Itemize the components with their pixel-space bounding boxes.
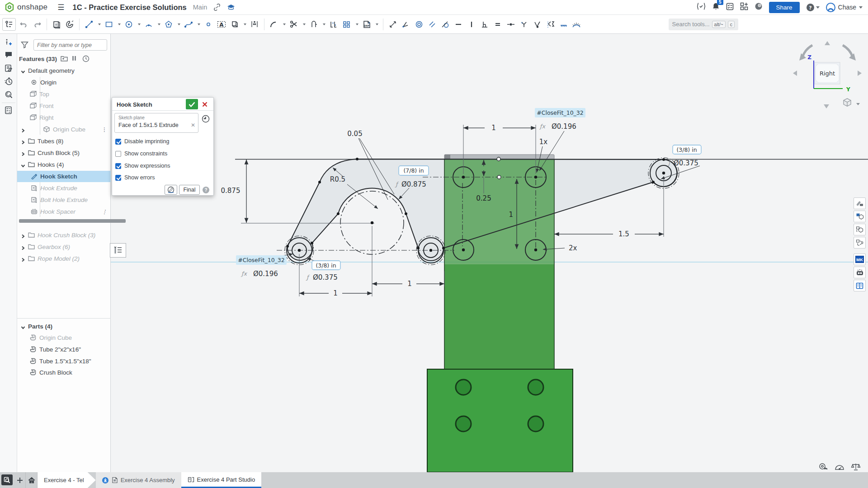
tree-item-origin[interactable]: Origin [17, 77, 111, 88]
chevron-right-icon[interactable] [21, 245, 25, 249]
dia-0-375-right[interactable]: Ø0.375 [674, 159, 698, 167]
dia-0-196-top[interactable]: Ø0.196 [552, 122, 576, 131]
collapsed-panel-toggle[interactable] [110, 243, 126, 258]
perpendicular-constraint-icon[interactable] [480, 18, 490, 31]
sketch-tools-button[interactable] [165, 185, 177, 195]
dialog-help-icon[interactable]: ? [203, 187, 209, 193]
dim-0-25[interactable]: 0.25 [476, 194, 491, 202]
parallel-constraint-icon[interactable] [427, 18, 437, 31]
learning-center-icon[interactable] [227, 4, 235, 10]
arc-tool-caret[interactable] [158, 23, 160, 25]
polygon-tool-icon[interactable] [164, 18, 174, 31]
dia-0-875[interactable]: Ø0.875 [401, 180, 426, 188]
tree-item-hook-spacer[interactable]: Hook Spacer ⋮ [17, 206, 111, 217]
fix-constraint-icon[interactable] [558, 18, 568, 31]
tree-item-bolt-hole-extrude[interactable]: Bolt Hole Extrude [17, 194, 111, 206]
trim-tool-icon[interactable] [289, 18, 299, 31]
dim-1-vertical[interactable]: 1 [509, 211, 513, 219]
view-options-cube-icon[interactable] [844, 99, 851, 106]
dialog-header[interactable]: Hook Sketch [112, 98, 213, 111]
workspace-name[interactable]: Main [193, 4, 207, 11]
menu-icon[interactable]: ☰ [57, 3, 64, 12]
tree-item-hooks-folder[interactable]: Hooks (4) [17, 159, 111, 170]
crush-block-face[interactable] [427, 369, 573, 472]
dim-1-top[interactable]: 1 [491, 124, 496, 132]
find-tab-icon[interactable] [1, 474, 13, 485]
rollback-end-icon[interactable] [82, 55, 90, 62]
rotate-down-icon[interactable] [824, 104, 829, 108]
equal-constraint-icon[interactable] [493, 18, 503, 31]
closefit-label-left[interactable]: #CloseFit_10_32 [238, 257, 285, 263]
chevron-down-icon[interactable] [21, 163, 25, 167]
new-folder-icon[interactable] [61, 55, 68, 62]
features-panel-toggle[interactable] [2, 18, 16, 31]
sketch-canvas[interactable]: 0.05 R0.5 0.875 1 1 1 0.25 1 1.5 1x 2x #… [111, 34, 868, 472]
checklist-icon[interactable] [5, 106, 13, 114]
share-button[interactable]: Share [769, 2, 800, 13]
tree-item-top-plane[interactable]: Top [17, 89, 111, 100]
annotation-2x[interactable]: 2x [569, 244, 577, 252]
dim-0-05[interactable]: 0.05 [347, 130, 362, 138]
final-button[interactable]: Final [179, 185, 200, 195]
chevron-down-icon[interactable] [21, 69, 25, 73]
graphics-area[interactable]: 0.05 R0.5 0.875 1 1 1 0.25 1 1.5 1x 2x #… [111, 34, 868, 472]
offset-tool-icon[interactable] [250, 18, 259, 31]
link-icon[interactable] [213, 4, 221, 11]
checkbox-show-constraints[interactable]: Show constraints [115, 150, 167, 157]
undo-icon[interactable] [19, 18, 29, 31]
tasks-icon[interactable] [726, 3, 734, 12]
rotate-up-icon[interactable] [825, 41, 830, 45]
unit-7-8-in[interactable]: (7/8) in [403, 167, 424, 174]
display-states-panel-icon[interactable] [854, 224, 866, 235]
rollback-clock-icon[interactable] [202, 115, 210, 123]
tree-item-hook-crush-block-folder[interactable]: Hook Crush Block (3) [17, 230, 111, 241]
dia-0-196-left[interactable]: Ø0.196 [253, 270, 278, 278]
tangent-constraint-icon[interactable] [440, 18, 450, 31]
checkbox-checked-icon[interactable] [115, 139, 121, 145]
tab-exercise-4-part-studio[interactable]: Exercise 4 Part Studio [181, 472, 262, 488]
confirm-button[interactable] [186, 99, 198, 109]
checkbox-show-expressions[interactable]: Show expressions [115, 163, 170, 169]
linear-pattern-tool-icon[interactable] [329, 18, 339, 31]
cancel-button[interactable] [199, 99, 210, 109]
help-icon[interactable]: ? [806, 3, 820, 12]
rectangle-tool-caret[interactable] [118, 23, 121, 25]
line-tool-caret[interactable] [98, 23, 101, 25]
fillet-tool-caret[interactable] [283, 23, 286, 25]
text-tool-icon[interactable]: A [217, 18, 226, 31]
dim-1-5[interactable]: 1.5 [618, 230, 629, 238]
chevron-right-icon[interactable] [21, 257, 25, 261]
dim-1-mid[interactable]: 1 [407, 280, 412, 288]
horizontal-constraint-icon[interactable] [453, 18, 463, 31]
import-dxf-tool-icon[interactable]: DXF [362, 18, 372, 31]
circle-tool-icon[interactable] [124, 18, 134, 31]
item-menu-icon[interactable]: ⋮ [102, 209, 107, 215]
extrude-tool-icon[interactable] [52, 18, 61, 31]
unit-3-8-in-left[interactable]: (3/8) in [316, 262, 336, 269]
insert-feature-icon[interactable] [5, 38, 13, 46]
comments-icon[interactable] [5, 51, 13, 59]
item-menu-icon[interactable]: ⋮ [102, 127, 107, 133]
redo-icon[interactable] [32, 18, 42, 31]
curvature-constraint-icon[interactable] [571, 18, 581, 31]
mass-properties-icon[interactable] [851, 463, 861, 472]
unit-3-8-in-right[interactable]: (3/8) in [676, 146, 697, 153]
chevron-right-icon[interactable] [21, 151, 25, 155]
concentric-constraint-icon[interactable] [414, 18, 424, 31]
chevron-down-icon[interactable] [21, 324, 25, 329]
rotate-right-icon[interactable] [858, 70, 862, 76]
import-dxf-tool-caret[interactable] [376, 23, 378, 25]
sketch-plane-field[interactable]: Sketch plane Face of 1.5x1.5 Extrude ✕ [114, 113, 198, 133]
inspect-tool-icon[interactable] [388, 18, 398, 31]
tree-item-front-plane[interactable]: Front [17, 100, 111, 112]
dia-0-375-left[interactable]: Ø0.375 [313, 273, 338, 282]
pierce-constraint-icon[interactable] [532, 18, 542, 31]
trim-tool-caret[interactable] [303, 23, 306, 25]
fillet-tool-icon[interactable] [269, 18, 279, 31]
polygon-tool-caret[interactable] [178, 23, 180, 25]
circular-pattern-tool-caret[interactable] [356, 23, 359, 25]
normal-constraint-icon[interactable] [519, 18, 529, 31]
tab-exercise-4-tel[interactable]: Exercise 4 - Tel [38, 472, 96, 488]
mirror-tool-icon[interactable] [230, 18, 240, 31]
mirror-tool-caret[interactable] [244, 23, 246, 25]
